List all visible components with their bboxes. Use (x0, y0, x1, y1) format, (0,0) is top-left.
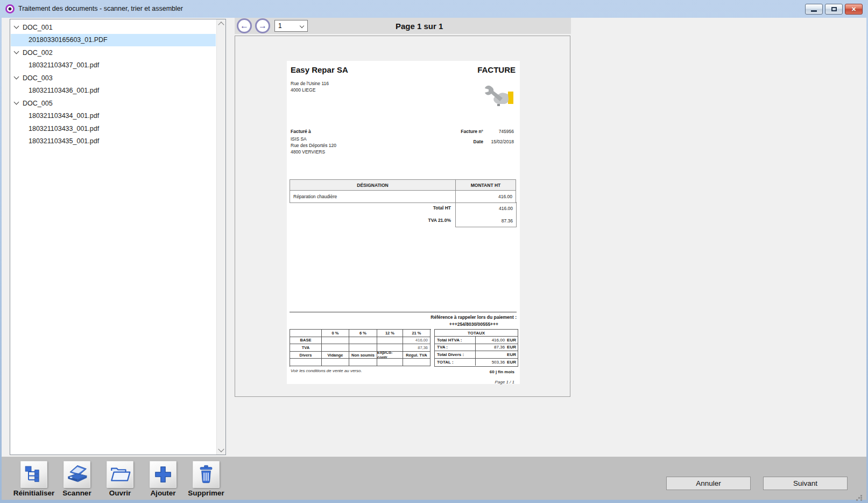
scroll-up-icon[interactable] (218, 22, 224, 27)
vat-tva-21: 87,36 (403, 344, 431, 352)
chevron-down-icon[interactable] (14, 100, 19, 105)
total-ht-value: 416.00 (456, 202, 516, 214)
window-title: Traitement des documents - scanner, trie… (18, 5, 183, 12)
tree-folder-label: DOC_005 (23, 100, 53, 107)
app-icon (5, 4, 15, 13)
next-page-button[interactable]: → (255, 18, 270, 33)
tree-folder[interactable]: DOC_003 (11, 72, 216, 85)
minimize-icon (811, 10, 817, 12)
resize-grip[interactable] (860, 495, 862, 497)
vat-divers-cell: Non soumis (349, 352, 377, 359)
invoice-number-value: 745956 (499, 129, 514, 134)
invoice-page: Easy Repar SA FACTURE Rue de l'Usine 116… (287, 61, 520, 384)
amount-column-totals: 416.00 87.36 (455, 202, 517, 227)
tree-folder-label: DOC_002 (23, 49, 53, 57)
tree-file[interactable]: 180321103435_001.pdf (11, 135, 216, 148)
arrow-left-icon: ← (240, 22, 249, 30)
trash-icon (195, 464, 217, 485)
app-window: Traitement des documents - scanner, trie… (0, 0, 868, 503)
payment-terms: 60 j fin mois (490, 369, 514, 374)
tree-file-label: 180321103433_001.pdf (29, 125, 99, 132)
tree-folder-label: DOC_001 (23, 24, 53, 31)
invoice-items-table: DÉSIGNATION MONTANT HT Réparation chaudi… (290, 179, 516, 203)
plus-icon (152, 464, 174, 485)
open-button[interactable] (107, 461, 133, 488)
invoice-company-address2: 4000 LIEGE (291, 87, 315, 93)
document-tree: DOC_001 20180330165603_01.PDF DOC_002 18… (11, 21, 216, 148)
amount-header: MONTANT HT (456, 180, 516, 190)
vat-breakdown-table: 0 % 6 % 12 % 21 % BASE 416,00 TVA 87,36 … (290, 329, 431, 367)
vat-divers-cell: Vidange (322, 352, 349, 359)
vat-row-label: Divers (290, 352, 322, 359)
invoice-page-number: Page 1 / 1 (495, 380, 514, 385)
maximize-button[interactable] (825, 4, 843, 15)
tree-file[interactable]: 180321103437_001.pdf (11, 59, 216, 72)
chevron-down-icon[interactable] (14, 49, 19, 54)
tree-scrollbar[interactable] (216, 19, 225, 455)
payment-reference-value: +++254/8030/00555+++ (449, 322, 498, 327)
add-button[interactable] (150, 461, 177, 488)
tree-folder-label: DOC_003 (23, 74, 53, 82)
totals-row: Total HTVA : 416,00EUR (435, 337, 518, 344)
vat-col-header: 0 % (322, 330, 349, 337)
page-number-select[interactable]: 1 (274, 20, 308, 32)
vat-divers-cell: Régul. TVA (403, 352, 431, 359)
document-viewer[interactable]: Easy Repar SA FACTURE Rue de l'Usine 116… (235, 36, 570, 397)
payment-reference-label: Référence à rappeler lors du paiement : (431, 315, 517, 320)
window-content: DOC_001 20180330165603_01.PDF DOC_002 18… (2, 18, 866, 500)
cancel-button[interactable]: Annuler (666, 477, 751, 490)
conditions-note: Voir les conditions de vente au verso. (291, 368, 362, 373)
tree-file-label: 20180330165603_01.PDF (29, 36, 108, 44)
minimize-button[interactable] (805, 4, 823, 15)
tree-file-selected[interactable]: 20180330165603_01.PDF (11, 34, 216, 47)
tree-file-label: 180321103434_001.pdf (29, 112, 99, 120)
totals-table: TOTAUX Total HTVA : 416,00EUR TVA : 87,3… (434, 329, 518, 367)
vat-row-label: TVA (290, 344, 322, 352)
tva-label: TVA 21.0% (428, 218, 451, 223)
vat-col-header: 6 % (349, 330, 377, 337)
tree-file[interactable]: 180321103433_001.pdf (11, 122, 216, 135)
tree-folder[interactable]: DOC_001 (11, 21, 216, 34)
title-bar: Traitement des documents - scanner, trie… (0, 0, 868, 18)
chevron-down-icon[interactable] (14, 74, 19, 80)
next-button[interactable]: Suivant (763, 477, 848, 490)
tree-folder[interactable]: DOC_002 (11, 46, 216, 59)
document-tree-panel: DOC_001 20180330165603_01.PDF DOC_002 18… (10, 19, 226, 455)
billed-to-heading: Facturé à (291, 129, 311, 134)
billed-to-name: ISIS SA (291, 136, 307, 142)
totals-title: TOTAUX (435, 330, 518, 337)
scroll-down-icon[interactable] (218, 446, 224, 452)
viewer-navbar: ← → 1 Page 1 sur 1 (235, 18, 571, 34)
tree-file-label: 180321103436_001.pdf (29, 87, 99, 94)
arrow-right-icon: → (258, 22, 267, 30)
tree-file[interactable]: 180321103436_001.pdf (11, 85, 216, 97)
tree-folder[interactable]: DOC_005 (11, 97, 216, 110)
scan-button[interactable] (63, 461, 90, 488)
hierarchy-icon (23, 464, 45, 485)
vat-col-header: 21 % (403, 330, 431, 337)
delete-label: Supprimer (177, 489, 236, 497)
open-folder-icon (109, 463, 131, 486)
wrench-hand-logo-icon (483, 83, 514, 109)
vat-base-21: 416,00 (403, 337, 431, 345)
previous-page-button[interactable]: ← (237, 18, 252, 33)
window-controls: × (805, 4, 863, 15)
tree-file[interactable]: 180321103434_001.pdf (11, 110, 216, 123)
designation-header: DÉSIGNATION (290, 180, 456, 190)
close-button[interactable]: × (845, 4, 863, 15)
close-icon: × (851, 5, 856, 13)
chevron-down-icon[interactable] (14, 24, 19, 29)
tree-file-label: 180321103437_001.pdf (29, 61, 99, 69)
invoice-doc-type: FACTURE (477, 65, 516, 74)
total-ht-label: Total HT (433, 205, 451, 211)
tva-value: 87.36 (456, 214, 516, 227)
items-table-header: DÉSIGNATION MONTANT HT (290, 180, 516, 191)
reset-button[interactable] (20, 461, 47, 488)
scanner-icon (66, 463, 88, 486)
maximize-icon (831, 7, 837, 11)
delete-button[interactable] (193, 461, 220, 488)
invoice-date-value: 15/02/2018 (491, 139, 514, 144)
totals-row: TVA : 87,36EUR (435, 344, 518, 352)
totals-row: TOTAL : 503,36EUR (435, 359, 518, 366)
totals-row: Total Divers : EUR (435, 351, 518, 359)
